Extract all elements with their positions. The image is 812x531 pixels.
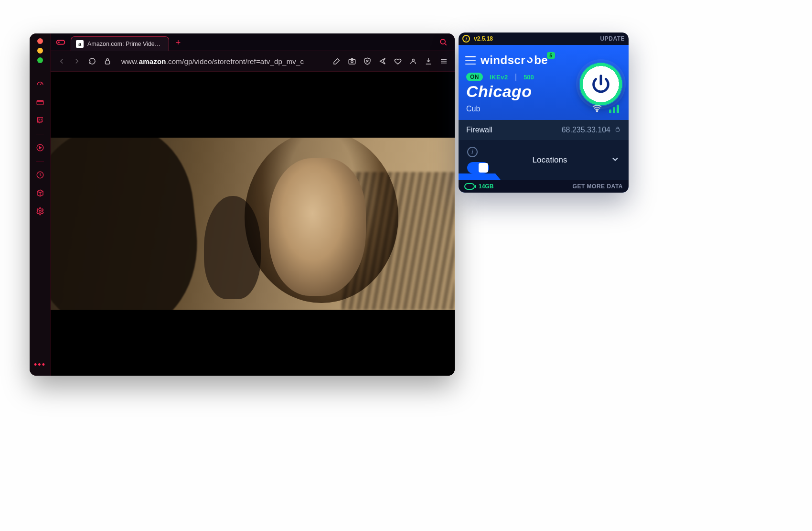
browser-tab[interactable]: a Amazon.com: Prime Video: Prim — [71, 36, 169, 51]
locations-label: Locations — [533, 155, 567, 165]
hamburger-menu-button[interactable] — [465, 56, 476, 65]
clock-icon[interactable] — [33, 168, 47, 182]
play-circle-icon[interactable] — [33, 141, 47, 154]
nav-back-button[interactable] — [57, 57, 66, 65]
profile-icon[interactable] — [409, 57, 417, 65]
download-icon[interactable] — [424, 57, 433, 65]
svg-point-3 — [39, 210, 41, 213]
ws-body: windscr be 5 ON IKEv2 | 500 Chicago Cub — [459, 45, 629, 193]
new-tab-button[interactable]: + — [172, 36, 184, 49]
info-icon[interactable]: i — [462, 35, 470, 43]
svg-point-9 — [412, 59, 415, 62]
window-maximize-button[interactable] — [37, 57, 43, 63]
window-close-button[interactable] — [37, 38, 43, 44]
twitch-icon[interactable] — [33, 114, 47, 127]
sidebar-divider — [36, 161, 44, 162]
camera-icon[interactable] — [348, 57, 356, 65]
data-remaining: 14GB — [479, 183, 493, 190]
windscribe-logo: windscr be 5 — [481, 54, 557, 67]
tab-title: Amazon.com: Prime Video: Prim — [87, 41, 164, 47]
svg-point-5 — [440, 39, 445, 44]
sidebar-divider — [36, 134, 44, 134]
protocol-label[interactable]: IKEv2 — [490, 74, 508, 81]
browser-sidebar: ••• — [30, 33, 51, 376]
window-minimize-button[interactable] — [37, 48, 43, 54]
url-input[interactable]: www.amazon.com/gp/video/storefront/ref=a… — [118, 57, 326, 65]
tab-favicon: a — [76, 40, 84, 48]
svg-rect-11 — [616, 129, 620, 131]
url-host: www.amazon — [121, 57, 166, 65]
firewall-toggle[interactable] — [467, 162, 489, 173]
svg-rect-7 — [349, 59, 355, 64]
gear-icon[interactable] — [33, 205, 47, 218]
edit-icon[interactable] — [332, 57, 341, 65]
signal-bars-icon — [609, 105, 619, 113]
tab-bar: a Amazon.com: Prime Video: Prim + — [51, 33, 455, 51]
reload-button[interactable] — [88, 57, 96, 65]
gamepad-icon[interactable] — [55, 37, 66, 47]
logo-swirl-icon — [526, 56, 534, 65]
menu-icon[interactable] — [439, 57, 448, 65]
more-icon[interactable]: ••• — [34, 360, 46, 372]
nav-forward-button[interactable] — [73, 57, 81, 65]
shield-icon[interactable] — [363, 57, 372, 65]
ws-titlebar: i v2.5.18 UPDATE — [459, 33, 629, 45]
windscribe-window: i v2.5.18 UPDATE windscr be 5 — [459, 33, 629, 193]
battery-data-icon — [464, 183, 475, 190]
notification-badge[interactable]: 5 — [547, 52, 555, 59]
cube-icon[interactable] — [33, 186, 47, 200]
update-button[interactable]: UPDATE — [600, 35, 625, 42]
video-frame — [51, 138, 455, 310]
ws-version: v2.5.18 — [474, 35, 493, 42]
connection-status-pill: ON — [466, 73, 483, 81]
get-more-data-button[interactable]: GET MORE DATA — [573, 183, 623, 190]
chevron-down-icon[interactable] — [610, 154, 620, 166]
separator: | — [515, 73, 517, 81]
video-viewport[interactable] — [51, 72, 455, 376]
heart-icon[interactable] — [394, 57, 402, 65]
browser-window: ••• a Amazon.com: Prime Video: Prim + — [30, 33, 455, 376]
svg-point-10 — [597, 110, 598, 111]
power-toggle-button[interactable] — [579, 62, 623, 106]
svg-point-8 — [351, 61, 353, 63]
send-icon[interactable] — [378, 57, 387, 65]
wallet-icon[interactable] — [33, 96, 47, 109]
info-icon[interactable]: i — [467, 147, 478, 157]
port-label[interactable]: 500 — [524, 74, 534, 81]
firewall-label: Firewall — [466, 126, 492, 134]
svg-rect-0 — [37, 100, 43, 105]
svg-rect-6 — [106, 61, 110, 64]
search-icon[interactable] — [438, 37, 448, 47]
ws-footer: 14GB GET MORE DATA — [459, 180, 629, 193]
server-name: Cub — [466, 105, 480, 113]
lock-icon[interactable] — [103, 57, 112, 65]
window-traffic-lights — [37, 38, 43, 63]
ip-address: 68.235.33.104 — [562, 126, 621, 134]
lock-icon — [614, 126, 621, 134]
speed-gauge-icon[interactable] — [33, 77, 47, 91]
url-path: .com/gp/video/storefront/ref=atv_dp_mv_c — [166, 57, 304, 65]
browser-main: a Amazon.com: Prime Video: Prim + www. — [51, 33, 455, 376]
svg-rect-4 — [57, 40, 65, 44]
url-bar: www.amazon.com/gp/video/storefront/ref=a… — [51, 51, 455, 72]
firewall-row: Firewall 68.235.33.104 — [459, 120, 629, 140]
